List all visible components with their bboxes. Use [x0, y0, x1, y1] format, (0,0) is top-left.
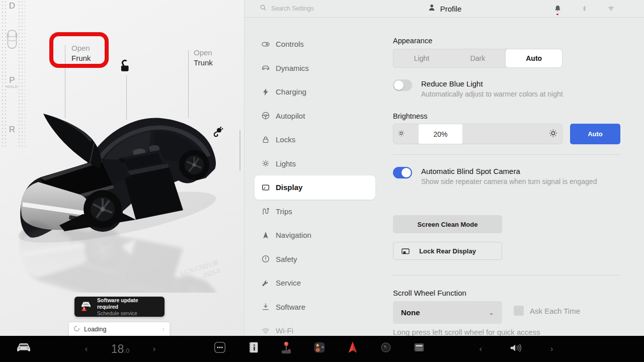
sidebar-item-service[interactable]: Service [255, 271, 375, 295]
toast-title: Software update required [97, 297, 159, 310]
volume-up-button[interactable]: › [550, 344, 553, 354]
sidebar-item-controls[interactable]: Controls [255, 32, 375, 56]
search-field[interactable] [260, 0, 347, 17]
loading-label: Loading [84, 326, 158, 333]
lock-rear-display-label: Lock Rear Display [419, 247, 476, 255]
locks-icon [261, 135, 270, 144]
brightness-auto-button[interactable]: Auto [570, 124, 620, 144]
left-panel-scrollbar[interactable] [239, 130, 240, 171]
loading-bar[interactable]: Loading ↑ [69, 322, 170, 336]
keypad-icon [412, 340, 427, 357]
charging-icon [261, 87, 270, 97]
controls-icon [261, 40, 270, 49]
brightness-high-icon [548, 128, 558, 140]
reduce-blue-light-subtitle: Automatically adjust to warmer colors at… [421, 90, 563, 98]
sidebar-item-trips[interactable]: Trips [255, 200, 375, 224]
chevron-down-icon: ⌄ [489, 309, 494, 316]
gear-indicator-park: P [1, 75, 23, 85]
volume-down-button[interactable]: ‹ [479, 344, 482, 354]
display-icon [261, 183, 270, 192]
reduce-blue-light-toggle[interactable] [393, 79, 412, 91]
appearance-label: Appearance [393, 37, 432, 45]
scroll-wheel-dropdown[interactable]: None ⌄ [393, 301, 502, 324]
sidebar-item-lights[interactable]: Lights [255, 152, 375, 176]
lock-rear-display-button[interactable]: Lock Rear Display [393, 242, 502, 260]
open-frunk-button[interactable]: Open Frunk [71, 43, 91, 63]
sidebar-item-locks[interactable]: Locks [255, 128, 375, 152]
screen-clean-mode-button[interactable]: Screen Clean Mode [393, 215, 502, 233]
sidebar-item-software[interactable]: Software [255, 295, 375, 319]
autopilot-icon [261, 111, 270, 120]
taskbar-vehicle-button[interactable] [15, 341, 32, 356]
app-drawer-icon [212, 340, 227, 357]
taskbar-app-dashcam[interactable] [378, 340, 394, 356]
taskbar-app-arcade[interactable] [278, 340, 294, 356]
climate-temperature-control: ‹ 18.0 › [85, 339, 156, 359]
brightness-slider[interactable]: 20% [393, 124, 562, 144]
appearance-option[interactable]: Light [393, 49, 450, 67]
sidebar-item-charging[interactable]: Charging [255, 80, 375, 104]
settings-panel: Profile Controls Dynamics Chargi [244, 0, 644, 336]
sidebar-item-safety[interactable]: Safety [255, 247, 375, 272]
owners-manual-icon [246, 340, 261, 357]
tesla-infotainment-screen: D P HOLD R Open Frunk Open Trunk [0, 0, 644, 362]
temp-increase-button[interactable]: › [152, 344, 156, 354]
scroll-wheel-value: None [401, 308, 489, 317]
lights-icon [261, 159, 270, 168]
rear-display-icon [400, 246, 411, 258]
display-settings-content: Appearance LightDarkAuto Reduce Blue Lig… [393, 0, 620, 336]
ask-each-time-checkbox[interactable] [514, 306, 524, 316]
search-input[interactable] [271, 5, 347, 12]
sidebar-item-navigation[interactable]: Navigation [255, 223, 375, 247]
reduce-blue-light-title: Reduce Blue Light [421, 79, 563, 88]
appearance-option[interactable]: Auto [506, 49, 562, 67]
software-icon [261, 302, 270, 311]
taskbar-app-navigation[interactable] [345, 340, 361, 356]
open-trunk-button[interactable]: Open Trunk [194, 48, 213, 68]
temperature-value[interactable]: 18.0 [111, 342, 129, 356]
taskbar-app-theater[interactable] [311, 340, 328, 356]
appearance-option[interactable]: Dark [450, 49, 506, 67]
ask-each-time-label: Ask Each Time [530, 307, 580, 315]
service-alert-icon [79, 300, 93, 313]
dynamics-icon [261, 63, 270, 72]
scroll-wheel-hint: Long press left scroll wheel for quick a… [393, 328, 540, 336]
speaker-icon[interactable] [509, 342, 524, 356]
safety-icon [261, 254, 270, 263]
sidebar-item-dynamics[interactable]: Dynamics [255, 56, 375, 80]
sidebar-item-autopilot[interactable]: Autopilot [255, 104, 375, 128]
taskbar-apps [212, 340, 427, 356]
vehicle-topview-icon [7, 29, 18, 52]
blind-spot-camera-title: Automatic Blind Spot Camera [421, 166, 597, 176]
gear-indicator-park-hold: HOLD [1, 85, 23, 88]
collapse-arrow-icon[interactable]: ↑ [162, 325, 166, 333]
nav-arrow-icon [345, 340, 360, 357]
unlock-icon[interactable] [117, 59, 131, 75]
frunk-pointer-line [65, 45, 65, 118]
brightness-value-chip[interactable]: 20% [419, 124, 462, 144]
brightness-low-icon [397, 129, 406, 139]
theater-icon [312, 340, 327, 357]
arcade-joystick-icon [279, 340, 294, 357]
taskbar: ‹ 18.0 › ‹ › [0, 336, 644, 362]
sidebar-item-display[interactable]: Display [255, 175, 375, 200]
temp-decrease-button[interactable]: ‹ [85, 344, 88, 354]
taskbar-app-app-drawer[interactable] [212, 340, 228, 356]
dashcam-icon [378, 340, 393, 357]
sidebar-item-wi-fi[interactable]: Wi-Fi [255, 319, 375, 336]
taskbar-app-owners-manual[interactable] [245, 340, 261, 356]
blind-spot-camera-subtitle: Show side repeater camera when turn sign… [421, 177, 597, 186]
blind-spot-camera-toggle[interactable] [393, 167, 412, 178]
navigation-icon [261, 231, 270, 240]
taskbar-app-keypad[interactable] [411, 340, 427, 356]
settings-sidebar: Controls Dynamics Charging Autopilot Loc… [255, 32, 375, 336]
wifi-icon [261, 326, 270, 335]
software-update-toast[interactable]: Software update required Schedule servic… [74, 297, 165, 317]
vehicle-visualization-panel: D P HOLD R Open Frunk Open Trunk [0, 0, 244, 336]
scroll-wheel-function-label: Scroll Wheel Function [393, 289, 466, 297]
trips-icon [261, 207, 270, 216]
brightness-label: Brightness [393, 112, 428, 120]
gear-indicator-drive: D [1, 1, 23, 11]
search-icon [260, 4, 267, 13]
appearance-segmented-control: LightDarkAuto [393, 49, 562, 68]
